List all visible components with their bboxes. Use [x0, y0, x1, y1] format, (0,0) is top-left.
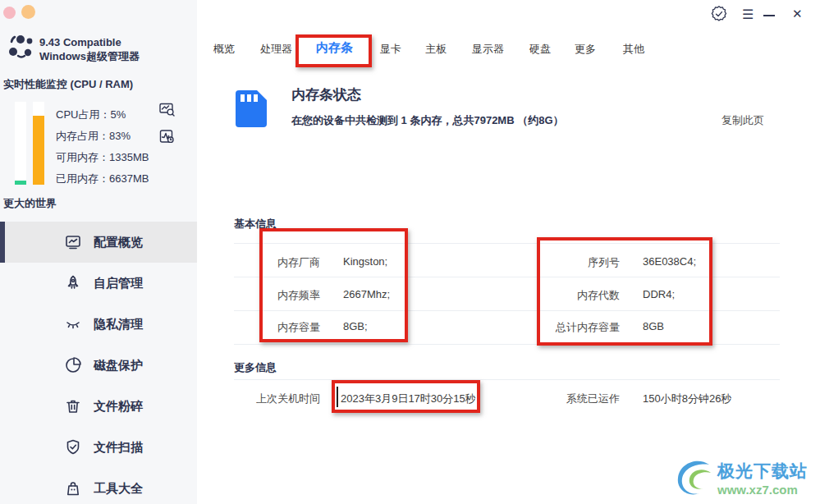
stat-label: 内存占用：	[56, 130, 109, 142]
ram-usage-bar	[33, 102, 44, 185]
field-value-last-shutdown: 2023年3月9日17时30分15秒	[341, 392, 476, 406]
field-label-vendor: 内存厂商	[234, 255, 320, 270]
sidebar-item-label: 文件粉碎	[94, 399, 143, 415]
sidebar-item-privacy-clean[interactable]: 隐私清理	[0, 304, 197, 345]
watermark-swirl-icon	[673, 456, 716, 499]
divider	[234, 243, 780, 244]
sidebar-item-label: 文件扫描	[94, 440, 143, 456]
titlebar-dot-pink	[3, 7, 16, 19]
app-version: 9.43 Compatible	[39, 35, 140, 49]
toolbag-icon	[64, 479, 82, 497]
field-value-serial: 36E038C4;	[643, 255, 696, 268]
divider	[234, 344, 780, 345]
close-button[interactable]: ✕	[792, 7, 803, 21]
chart-history-icon[interactable]	[158, 128, 176, 145]
sidebar-item-label: 配置概览	[94, 235, 143, 250]
site-watermark: 极光下载站 www.xz7.com	[673, 456, 808, 499]
stat-value: 5%	[110, 108, 126, 121]
verified-badge-icon[interactable]	[711, 6, 727, 22]
field-label-capacity: 内存容量	[234, 320, 320, 335]
sidebar-item-file-shred[interactable]: 文件粉碎	[0, 386, 197, 427]
ram-bar-fill	[33, 116, 44, 185]
sidebar-menu: 配置概览 自启管理 隐私清理	[0, 222, 197, 504]
free-ram-stat: 可用内存：1335MB	[56, 147, 149, 168]
copy-page-button[interactable]: 复制此页	[722, 113, 764, 128]
tab-more[interactable]: 更多	[575, 42, 596, 57]
field-label-generation: 内存代数	[492, 288, 620, 303]
app-name: Windows超级管理器	[39, 49, 140, 63]
tab-cpu[interactable]: 处理器	[260, 42, 292, 57]
watermark-site-url: www.xz7.com	[717, 483, 808, 497]
page-title: 内存条状态	[291, 85, 361, 104]
performance-stats: CPU占用：5% 内存占用：83% 可用内存：1335MB 已用内存：6637M…	[56, 104, 149, 190]
cpu-usage-stat: CPU占用：5%	[56, 104, 149, 126]
tab-memory[interactable]: 内存条	[316, 40, 353, 56]
stat-label: CPU占用：	[56, 108, 110, 121]
shield-check-icon	[64, 438, 82, 456]
field-value-total-capacity: 8GB	[643, 320, 664, 332]
chart-overview-icon	[64, 233, 82, 251]
sidebar-item-autostart[interactable]: 自启管理	[0, 263, 197, 304]
sidebar-item-disk-protect[interactable]: 磁盘保护	[0, 345, 197, 386]
stat-label: 可用内存：	[56, 151, 109, 163]
rocket-icon	[64, 274, 82, 292]
stat-value: 83%	[109, 130, 131, 142]
app-logo-icon	[7, 33, 36, 62]
ram-usage-stat: 内存占用：83%	[56, 126, 149, 147]
stat-value: 6637MB	[109, 172, 149, 185]
sidebar-item-label: 自启管理	[94, 276, 143, 291]
basic-info-title: 基本信息	[234, 217, 277, 231]
world-label: 更大的世界	[3, 196, 57, 211]
tab-display[interactable]: 显示器	[472, 42, 504, 57]
closed-eye-icon	[64, 315, 82, 333]
divider	[234, 277, 780, 277]
memory-card-icon	[235, 89, 268, 128]
sidebar-item-config-overview[interactable]: 配置概览	[0, 222, 197, 263]
screen-monitor-icon[interactable]	[158, 101, 176, 118]
field-value-vendor: Kingston;	[343, 255, 387, 268]
sidebar-item-file-scan[interactable]: 文件扫描	[0, 427, 197, 468]
field-value-capacity: 8GB;	[343, 320, 368, 332]
text-cursor	[337, 387, 338, 407]
sidebar-item-label: 磁盘保护	[94, 358, 143, 373]
app-window: ☰ ✕ 9.43 Compatible Windows超级管理器 实时性能监控 …	[0, 0, 820, 504]
monitor-title: 实时性能监控 (CPU / RAM)	[3, 77, 133, 92]
field-label-frequency: 内存频率	[234, 288, 320, 303]
titlebar-dot-orange	[21, 5, 35, 19]
tab-disk[interactable]: 硬盘	[529, 42, 551, 57]
sidebar-item-label: 工具大全	[94, 481, 143, 497]
cpu-usage-bar	[15, 102, 26, 185]
divider	[234, 310, 780, 311]
watermark-text: 极光下载站 www.xz7.com	[717, 460, 808, 497]
stat-label: 已用内存：	[56, 172, 109, 185]
tab-other[interactable]: 其他	[623, 42, 644, 57]
field-label-uptime: 系统已运作	[492, 392, 620, 406]
field-value-generation: DDR4;	[643, 288, 675, 300]
divider	[234, 379, 780, 380]
trash-icon	[64, 397, 82, 415]
sidebar-item-toolbox[interactable]: 工具大全	[0, 468, 197, 504]
used-ram-stat: 已用内存：6637MB	[56, 168, 149, 190]
pie-disk-icon	[64, 356, 82, 374]
minimize-button[interactable]	[763, 15, 775, 16]
watermark-site-name: 极光下载站	[717, 460, 808, 483]
tab-gpu[interactable]: 显卡	[380, 42, 401, 57]
stat-value: 1335MB	[109, 151, 149, 163]
field-value-frequency: 2667Mhz;	[343, 288, 390, 300]
sidebar-item-label: 隐私清理	[94, 317, 143, 332]
more-info-title: 更多信息	[234, 360, 277, 375]
field-label-serial: 序列号	[492, 255, 620, 270]
field-value-uptime: 150小时8分钟26秒	[643, 392, 731, 406]
tab-overview[interactable]: 概览	[213, 42, 235, 57]
page-subtitle: 在您的设备中共检测到 1 条内存，总共7972MB （约8G）	[291, 113, 564, 128]
app-title: 9.43 Compatible Windows超级管理器	[39, 35, 140, 63]
menu-hamburger-icon[interactable]: ☰	[742, 7, 754, 22]
cpu-bar-fill	[15, 181, 26, 185]
tab-motherboard[interactable]: 主板	[425, 42, 447, 57]
field-label-last-shutdown: 上次关机时间	[234, 392, 320, 406]
field-label-total-capacity: 总计内存容量	[492, 320, 620, 335]
